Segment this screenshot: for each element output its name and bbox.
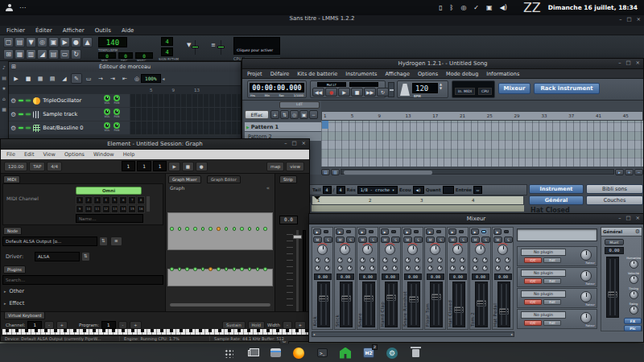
port-dot[interactable] (208, 267, 213, 271)
song-editor-titlebar[interactable]: ⊞ Éditeur de morceau (9, 62, 241, 72)
pan-knob[interactable] (497, 245, 508, 255)
tab-graph-mixer[interactable]: Graph Mixer (168, 175, 201, 183)
fx-send-knob[interactable] (427, 265, 433, 271)
port-dot[interactable] (240, 267, 244, 271)
menu-informations[interactable]: Informations (486, 71, 519, 77)
strip-mute-button[interactable]: M (493, 237, 502, 243)
mixer-button[interactable]: Mixeur (498, 83, 530, 94)
strip-fader-handle[interactable] (364, 295, 374, 302)
strip-solo-button[interactable]: S (436, 237, 445, 243)
tree-item-effect[interactable]: ▸Effect (4, 300, 162, 306)
midi-channel-cell[interactable]: 9 (76, 205, 84, 213)
pattern-ruler[interactable]: 1234 (312, 195, 524, 205)
midi-channel-cell[interactable]: 10 (85, 205, 93, 213)
tab-virtual-keyboard[interactable]: Virtual Keyboard (4, 311, 45, 319)
fx-send-knob[interactable] (337, 265, 343, 271)
menu-afficher[interactable]: Afficher (63, 27, 85, 34)
bluetooth-icon[interactable]: ᛒ (450, 5, 454, 11)
port-dot[interactable] (208, 227, 213, 231)
strip-fader-handle[interactable] (341, 295, 351, 302)
element-titlebar[interactable]: Element - Untitled Session: Graph – □ × (1, 139, 309, 150)
resolution-select[interactable]: 1/8 - croche ▾ (357, 186, 398, 194)
user-menu-icon[interactable] (6, 4, 13, 11)
port-dot[interactable] (263, 227, 267, 231)
port-dot[interactable] (193, 267, 197, 271)
mute-led[interactable] (19, 100, 23, 102)
port-dot[interactable] (248, 267, 252, 271)
pan-knob[interactable] (114, 109, 120, 115)
maximize-button[interactable]: □ (626, 16, 631, 23)
port-dot[interactable] (170, 227, 174, 231)
strip-solo-button[interactable]: S (481, 237, 490, 243)
single-pattern-mode-button[interactable]: ▤ (321, 169, 330, 175)
tree-item-other[interactable]: ▸Other (4, 288, 162, 294)
lmms-icon[interactable] (339, 347, 352, 360)
port-dot[interactable] (248, 227, 252, 231)
plugin-search-input[interactable]: Search... (2, 275, 163, 285)
tempo-display[interactable]: 140 (98, 37, 127, 47)
strip-mute-button[interactable]: M (336, 237, 345, 243)
menu-file[interactable]: File (6, 151, 15, 158)
sig-denominator-display[interactable]: 4 (161, 47, 173, 56)
midi-channel-cell[interactable]: 7 (128, 196, 136, 204)
track-row[interactable]: ⚙Sample trackVOLPAN (9, 108, 241, 121)
swing-knob[interactable] (630, 306, 638, 315)
stop-button[interactable]: ■ (23, 73, 34, 84)
midi-channel-cell[interactable]: 6 (119, 196, 127, 204)
tab-general[interactable]: Général (529, 195, 584, 205)
track-row[interactable]: ⚙Beat/Bassline 0VOLPAN (9, 121, 241, 134)
fx-send-knob[interactable] (315, 265, 320, 271)
channel-grid-scrollbar[interactable] (147, 196, 150, 212)
project-properties-button[interactable]: ▣ (48, 37, 59, 47)
pan-knob[interactable] (385, 245, 395, 255)
tab-sound-library[interactable]: Bibli sons (586, 184, 643, 194)
strip-solo-button[interactable]: S (414, 237, 423, 243)
graph-node-input[interactable] (167, 212, 273, 250)
fx-bypass-button[interactable]: C/C (524, 299, 542, 305)
strip-mute-button[interactable]: M (426, 237, 435, 243)
volume-knob[interactable] (104, 109, 110, 115)
close-button[interactable]: × (637, 16, 641, 23)
strip-fader-handle[interactable] (499, 308, 509, 315)
sustain-button[interactable]: Sustain (222, 321, 246, 329)
fx-send-knob[interactable] (324, 265, 330, 271)
fx-send-knob[interactable] (382, 265, 388, 271)
menu-instruments[interactable]: Instruments (345, 71, 377, 77)
midi-channel-cell[interactable]: 14 (119, 205, 127, 213)
tab-node[interactable]: Node (3, 227, 22, 235)
phone-icon[interactable]: ▯ (439, 5, 442, 11)
select-mode-button[interactable]: ◎ (290, 110, 299, 119)
gear-icon[interactable]: ⚙ (10, 111, 16, 118)
hydrogen-titlebar[interactable]: Hydrogen 1.2.1- - Untitled Song – □ × (242, 59, 643, 69)
midi-channel-cell[interactable]: 16 (137, 205, 145, 213)
pan-knob[interactable] (407, 245, 418, 255)
new-project-button[interactable]: ▢ (3, 37, 14, 47)
automation-editor-button[interactable]: ◢ (37, 49, 47, 60)
midi-channel-cell[interactable]: 2 (85, 196, 93, 204)
master-pitch-slider[interactable]: ≡ (211, 40, 229, 55)
port-dot[interactable] (240, 227, 244, 231)
minimize-button[interactable]: – (619, 16, 621, 23)
strip-fader-handle[interactable] (293, 235, 302, 239)
program-plus-button[interactable]: + (130, 321, 141, 329)
track-row[interactable]: ⚙TripleOscillatorVOLPAN (9, 94, 241, 107)
fx-send-knob[interactable] (482, 265, 488, 271)
pan-knob[interactable] (452, 245, 463, 255)
strip-play-button[interactable]: ▶ (493, 228, 502, 235)
midi-channel-cell[interactable]: 11 (93, 205, 101, 213)
shield-icon[interactable]: ✓ (473, 5, 479, 11)
song-timeline[interactable]: 159131721252933374145 (321, 111, 643, 121)
stop-button[interactable]: ■ (182, 162, 194, 171)
fx-return-knob[interactable] (580, 270, 592, 282)
channel-value[interactable]: 1 (27, 321, 42, 329)
channel-plus-button[interactable]: + (56, 321, 68, 329)
fx-send-knob[interactable] (360, 257, 365, 263)
port-dot[interactable] (225, 227, 229, 231)
mute-led[interactable] (19, 127, 23, 130)
humanize-knob[interactable] (630, 260, 638, 269)
strip-solo-button[interactable]: S (324, 237, 332, 243)
midi-channel-cell[interactable]: 8 (137, 196, 145, 204)
fx-send-knob[interactable] (482, 257, 488, 263)
settings-icon[interactable]: ⚙ (386, 347, 398, 360)
track-pattern-area[interactable] (130, 121, 241, 134)
